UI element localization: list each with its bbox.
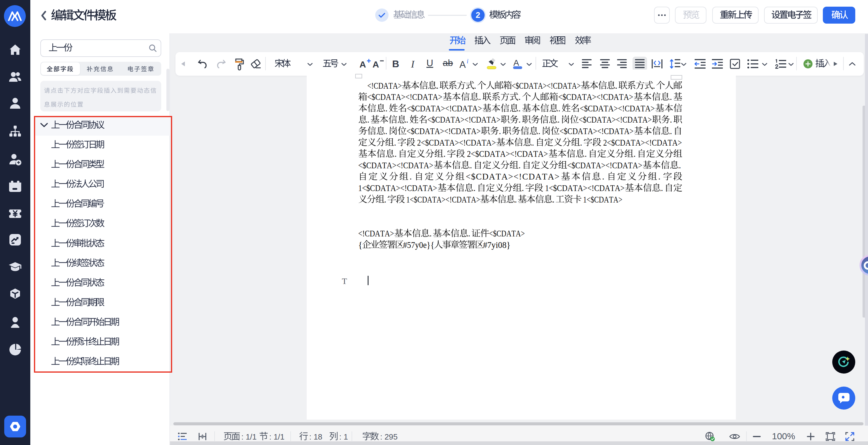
svg-text:<$CDATA><!CDATA>: <$CDATA><!CDATA>: [579, 115, 652, 125]
svg-text:.: .: [519, 92, 521, 102]
svg-text:2<$CDATA><!CDATA>: 2<$CDATA><!CDATA>: [415, 138, 496, 147]
svg-text:.: .: [385, 127, 387, 136]
svg-text:.: .: [474, 81, 476, 91]
svg-text:<$CDATA><!CDATA>: <$CDATA><!CDATA>: [567, 161, 643, 170]
svg-text:2<$CDATA><!CDATA>: 2<$CDATA><!CDATA>: [465, 149, 548, 159]
svg-text:i: i: [467, 58, 469, 65]
svg-text:.: .: [585, 149, 587, 159]
svg-text:.: .: [670, 92, 672, 102]
svg-text:T: T: [342, 276, 347, 286]
svg-text:: 18: : 18: [307, 432, 322, 441]
svg-text:<$CDATA><!CDATA>: <$CDATA><!CDATA>: [559, 127, 633, 136]
svg-text:.: .: [406, 115, 408, 125]
svg-text:: 1: : 1: [337, 432, 348, 441]
svg-text:A: A: [360, 59, 366, 69]
svg-text:1<$CDATA><!CDATA>: 1<$CDATA><!CDATA>: [358, 183, 437, 193]
svg-text:.: .: [394, 138, 396, 147]
svg-text:.: .: [385, 104, 387, 113]
svg-text:<$CDATA><!CDATA>: <$CDATA><!CDATA>: [358, 161, 433, 170]
svg-text:.: .: [473, 183, 475, 193]
svg-text:.: .: [499, 127, 501, 136]
svg-text:#57y0e}{: #57y0e}{: [403, 240, 435, 250]
svg-text:.: .: [410, 172, 412, 181]
svg-text:<!CDATA>: <!CDATA>: [358, 229, 394, 238]
svg-text:.: .: [670, 115, 672, 125]
svg-text:.: .: [479, 92, 481, 102]
svg-text:<!CDATA>: <!CDATA>: [367, 81, 402, 91]
svg-text:.: .: [602, 172, 604, 181]
svg-text:.: .: [468, 229, 470, 238]
svg-text:<$CDATA><!CDATA>: <$CDATA><!CDATA>: [558, 92, 633, 102]
svg-text:1<$CDATA><!CDATA>: 1<$CDATA><!CDATA>: [543, 183, 625, 193]
svg-text:.: .: [515, 195, 517, 204]
svg-text:: 1/1: : 1/1: [239, 432, 257, 441]
svg-text:.: .: [615, 81, 617, 91]
svg-text:.: .: [661, 183, 663, 193]
svg-text:<$CDATA><!CDATA>: <$CDATA><!CDATA>: [512, 81, 581, 91]
svg-text:.: .: [519, 161, 521, 170]
svg-text:.: .: [538, 127, 540, 136]
svg-text:A: A: [460, 59, 466, 70]
svg-text:.: .: [430, 229, 432, 238]
svg-text:.: .: [532, 138, 534, 147]
svg-text:A: A: [514, 58, 519, 68]
svg-text:{: {: [358, 240, 363, 250]
svg-text:.: .: [658, 172, 660, 181]
svg-text:.: .: [653, 81, 655, 91]
svg-text:.: .: [443, 149, 445, 159]
svg-text:.: .: [552, 195, 554, 204]
svg-text:<$CDATA><!CDATA>: <$CDATA><!CDATA>: [466, 172, 559, 181]
svg-text:.: .: [367, 115, 369, 125]
svg-text:.: .: [395, 149, 397, 159]
svg-text:: 295: : 295: [378, 432, 398, 441]
svg-text:<$CDATA><!CDATA>: <$CDATA><!CDATA>: [406, 127, 480, 136]
svg-text:.: .: [519, 115, 521, 125]
svg-text:#7yi08}: #7yi08}: [483, 240, 511, 250]
svg-text:.: .: [470, 161, 472, 170]
svg-text:<$CDATA><!CDATA>: <$CDATA><!CDATA>: [367, 92, 442, 102]
svg-text:<$CDATA><!CDATA>: <$CDATA><!CDATA>: [580, 104, 655, 113]
svg-text:.: .: [633, 149, 636, 159]
svg-text:1<$CDATA><!CDATA>: 1<$CDATA><!CDATA>: [405, 195, 480, 204]
svg-text:1<$CDATA>: 1<$CDATA>: [581, 195, 622, 204]
svg-text:<$CDATA><!CDATA>: <$CDATA><!CDATA>: [427, 115, 500, 125]
svg-text:.: .: [679, 161, 681, 170]
svg-text:.: .: [558, 115, 560, 125]
svg-text:.: .: [558, 104, 560, 113]
svg-text:.: .: [384, 195, 386, 204]
svg-text:A: A: [372, 59, 379, 69]
svg-text:.: .: [436, 81, 438, 91]
svg-text:<$CDATA>: <$CDATA>: [489, 229, 525, 238]
svg-text:<$CDATA><!CDATA>: <$CDATA><!CDATA>: [407, 104, 482, 113]
svg-text:2<$CDATA><!CDATA>: 2<$CDATA><!CDATA>: [601, 138, 682, 147]
svg-text:.: .: [522, 183, 524, 193]
svg-text:: 1/1: : 1/1: [267, 432, 285, 441]
svg-text:.: .: [670, 127, 672, 136]
svg-text:.: .: [519, 104, 521, 113]
svg-text:.: .: [580, 138, 582, 147]
